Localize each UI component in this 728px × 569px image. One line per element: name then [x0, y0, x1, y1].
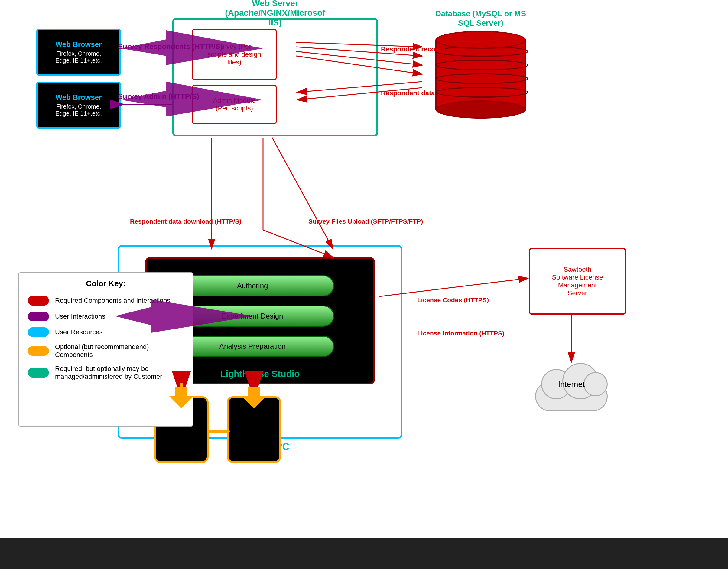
lighthouse-studio-label: Lighthouse Studio: [220, 369, 300, 379]
web-server-box: Web Server (Apache/NGINX/Microsof IIS) S…: [172, 18, 378, 136]
respondent-records-label: Respondent records: [381, 45, 446, 53]
respondent-data-download-label: Respondent data download (HTTP/S): [130, 218, 242, 225]
respondent-data-label: Respondent data: [381, 89, 435, 97]
survey-files-upload-label: Survey Files Upload (SFTP/FTPS/FTP): [308, 218, 423, 225]
key-oval-teal: [28, 368, 49, 378]
key-oval-orange: [28, 346, 49, 356]
cylinder-body: [435, 40, 526, 109]
color-key-purple: User Interactions: [28, 312, 184, 321]
license-codes-label: License Codes (HTTPS): [417, 297, 489, 304]
analysis-preparation-oval: Analysis Preparation: [171, 336, 334, 357]
web-server-label: Web Server (Apache/NGINX/Microsof IIS): [225, 0, 325, 28]
browser-bottom-title: Web Browser: [56, 93, 102, 102]
authoring-oval: Authoring: [171, 275, 334, 297]
diagram-area: Web Server (Apache/NGINX/Microsof IIS) S…: [0, 0, 728, 538]
license-info-label: License Information (HTTPS): [417, 330, 504, 337]
browser-top-subtitle: Firefox, Chrome,Edge, IE 11+,etc.: [55, 50, 102, 64]
internet-cloud: Internet: [529, 363, 614, 411]
key-oval-blue: [28, 327, 49, 337]
cylinder-ring-4: [435, 87, 528, 98]
color-key-red: Required Components and interactions: [28, 296, 184, 306]
database-area: Database (MySQL or MS SQL Server): [423, 9, 538, 119]
cylinder-ring-3: [435, 73, 528, 84]
internet-label: Internet: [529, 380, 614, 389]
browser-top: Web Browser Firefox, Chrome,Edge, IE 11+…: [36, 29, 121, 76]
cylinder-ring-2: [435, 60, 528, 70]
key-oval-purple: [28, 312, 49, 321]
color-key-title: Color Key:: [28, 279, 184, 288]
color-key-blue: User Resources: [28, 327, 184, 337]
survey-box: Survey (Perl scripts and design files): [192, 29, 277, 80]
svg-line-14: [272, 138, 333, 248]
hdd-icon-right: [227, 396, 281, 463]
survey-admin-label: Survey Admin (HTTP/S): [118, 92, 199, 101]
hdd-connector: [209, 430, 230, 433]
cylinder-top: [435, 31, 526, 49]
database-label: Database (MySQL or MS SQL Server): [423, 9, 538, 28]
color-key-teal: Required, but optionally may be managed/…: [28, 365, 184, 381]
bottom-bar: [0, 538, 728, 569]
browser-top-title: Web Browser: [56, 40, 102, 49]
color-key-box: Color Key: Required Components and inter…: [18, 272, 193, 427]
experiment-design-oval: Experiment Design: [171, 306, 334, 327]
database-cylinder: [435, 31, 526, 119]
browser-bottom-subtitle: Firefox, Chrome,Edge, IE 11+,etc.: [55, 103, 102, 117]
sawtooth-box: Sawtooth Software License Management Ser…: [529, 248, 626, 315]
browser-bottom: Web Browser Firefox, Chrome,Edge, IE 11+…: [36, 82, 121, 128]
cylinder-bottom: [435, 100, 526, 119]
survey-respondents-label: Survey Respondents (HTTP/S): [118, 42, 223, 51]
key-oval-red: [28, 296, 49, 306]
admin-module-box: Admin Module (Perl scripts): [192, 85, 277, 124]
cloud-shape: Internet: [529, 363, 614, 411]
color-key-orange: Optional (but recommmendend) Components: [28, 343, 184, 359]
